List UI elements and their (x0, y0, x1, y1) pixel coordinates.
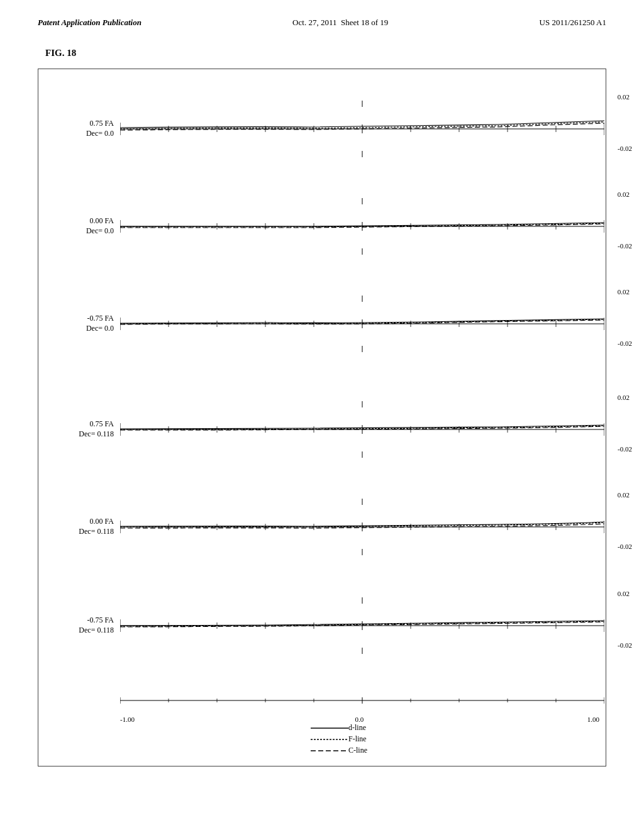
chart-container: 0.75 FA Dec= 0.0 0.02 (38, 69, 606, 766)
plot-area-3: 0.02 (120, 283, 606, 365)
page: Patent Application Publication Oct. 27, … (0, 0, 644, 830)
plot-label-1: 0.75 FA Dec= 0.0 (38, 119, 120, 138)
legend-label-d: d-line (348, 723, 366, 733)
y-top-2: 0.02 (618, 191, 630, 198)
plot-area-5: 0.02 (120, 486, 606, 568)
f-line-icon (311, 737, 348, 742)
y-bot-6: -0.02 (618, 641, 632, 649)
plot-label-3: -0.75 FA Dec= 0.0 (38, 314, 120, 333)
y-top-4: 0.02 (618, 394, 630, 401)
header-right: US 2011/261250 A1 (540, 18, 606, 28)
plot-row-2: 0.00 FA Dec= 0.0 0.02 (38, 185, 606, 267)
d-line-icon (311, 726, 348, 731)
plot-label-4: 0.75 FA Dec= 0.118 (38, 419, 120, 439)
plot-svg-3 (120, 283, 604, 365)
plot-area-4: 0.02 (120, 389, 606, 470)
y-top-5: 0.02 (618, 491, 630, 499)
y-top-6: 0.02 (618, 590, 630, 597)
legend-c-line: C-line (311, 746, 367, 755)
plot-area-6: 0.02 (120, 585, 606, 667)
plot-svg-5 (120, 486, 604, 568)
y-top-3: 0.02 (618, 288, 630, 296)
x-label-right: 1.00 (587, 716, 599, 723)
y-bot-1: -0.02 (618, 145, 632, 152)
plot-area-1: 0.02 (120, 88, 606, 170)
plot-svg-2 (120, 185, 604, 267)
x-axis (120, 694, 599, 709)
c-line-icon (311, 748, 348, 753)
x-label-left: -1.00 (120, 716, 135, 723)
plot-row-6: -0.75 FA Dec= 0.118 0.02 (38, 585, 606, 667)
plot-label-2: 0.00 FA Dec= 0.0 (38, 216, 120, 236)
x-label-center: 0.0 (355, 716, 364, 723)
plot-row-1: 0.75 FA Dec= 0.0 0.02 (38, 88, 606, 170)
plot-row-5: 0.00 FA Dec= 0.118 0.02 (38, 486, 606, 568)
x-axis-svg (120, 694, 604, 707)
y-bot-4: -0.02 (618, 445, 632, 453)
legend-label-c: C-line (348, 746, 367, 755)
legend-f-line: F-line (311, 734, 367, 744)
plot-svg-6 (120, 585, 604, 667)
plot-label-6: -0.75 FA Dec= 0.118 (38, 616, 120, 635)
plot-row-3: -0.75 FA Dec= 0.0 0.02 (38, 283, 606, 365)
plot-row-4: 0.75 FA Dec= 0.118 0.02 (38, 389, 606, 470)
plot-svg-4 (120, 389, 604, 470)
header-left: Patent Application Publication (38, 18, 142, 28)
fig-title: FIG. 18 (0, 28, 644, 64)
header-date: Oct. 27, 2011 Sheet 18 of 19 (292, 18, 388, 28)
y-top-1: 0.02 (618, 93, 630, 101)
plot-label-5: 0.00 FA Dec= 0.118 (38, 517, 120, 536)
y-bot-5: -0.02 (618, 543, 632, 550)
legend: d-line F-line C-line (311, 723, 367, 757)
plot-area-2: 0.02 (120, 185, 606, 267)
legend-d-line: d-line (311, 723, 367, 733)
plot-svg-1 (120, 88, 604, 170)
y-bot-3: -0.02 (618, 340, 632, 347)
x-axis-labels: -1.00 0.0 1.00 (120, 716, 599, 723)
legend-label-f: F-line (348, 734, 367, 744)
header: Patent Application Publication Oct. 27, … (0, 0, 644, 28)
y-bot-2: -0.02 (618, 242, 632, 250)
